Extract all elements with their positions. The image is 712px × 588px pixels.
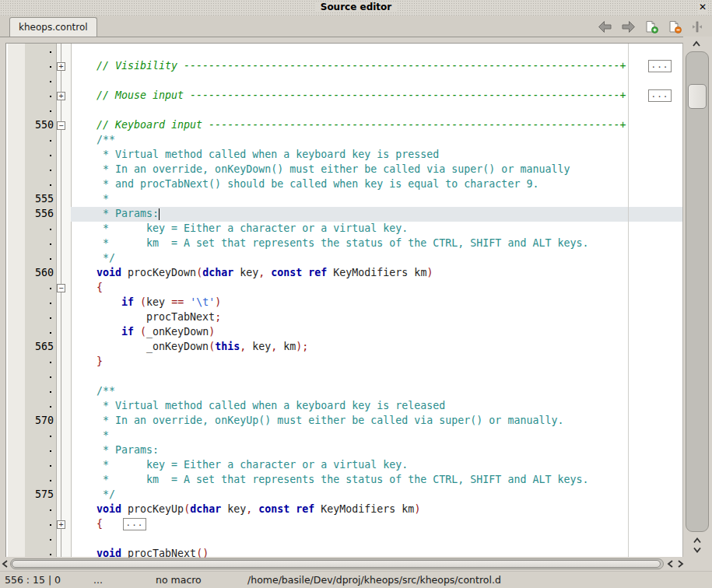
code-line[interactable]: /**	[6, 384, 682, 399]
code-line[interactable]: * Virtual method called when a keyboard …	[6, 399, 682, 414]
code-line[interactable]: void procKeyUp(dchar key, const ref KeyM…	[6, 502, 682, 517]
line-dot-marker	[50, 96, 51, 97]
code-line[interactable]: * Virtual method called when a keyboard …	[6, 148, 682, 163]
code-line[interactable]: * km = A set that represents the status …	[6, 473, 682, 488]
code-editor[interactable]: + // Visibility ------------------------…	[5, 43, 683, 558]
code-line[interactable]: /**	[6, 133, 682, 148]
line-dot-marker	[50, 436, 51, 437]
code-line[interactable]: * km = A set that represents the status …	[6, 236, 682, 251]
code-text: }	[72, 355, 103, 367]
horizontal-scroll-thumb[interactable]	[12, 560, 661, 568]
line-number: 550	[25, 119, 54, 131]
code-line[interactable]: + {...	[6, 517, 682, 532]
line-dot-marker	[50, 303, 51, 304]
code-line[interactable]: void procTabNext()	[6, 547, 682, 558]
line-dot-marker	[50, 524, 51, 526]
code-text: * In an override, onKeyUp() must either …	[72, 415, 563, 426]
scroll-left-icon[interactable]	[1, 559, 10, 569]
tab-bar: kheops.control	[0, 16, 712, 37]
line-dot-marker	[50, 81, 51, 82]
code-line[interactable]: 565 _onKeyDown(this, key, km);	[6, 340, 682, 355]
code-text: *	[72, 429, 109, 441]
code-line[interactable]: 560 void procKeyDown(dchar key, const re…	[6, 266, 682, 281]
collapsed-code-box[interactable]: ...	[648, 60, 672, 72]
scroll-left-icon[interactable]	[666, 559, 675, 569]
line-dot-marker	[50, 243, 51, 245]
close-document-icon[interactable]	[668, 20, 682, 33]
scroll-up-icon[interactable]	[693, 536, 702, 545]
code-line[interactable]	[6, 74, 682, 89]
line-dot-marker	[50, 509, 51, 511]
right-margin-line	[628, 44, 629, 558]
scroll-right-icon[interactable]	[675, 559, 685, 569]
code-text: *	[72, 193, 109, 205]
code-text: /**	[72, 385, 115, 397]
close-icon[interactable]: ✕	[697, 2, 708, 13]
code-line[interactable]: 556 * Params:	[6, 207, 682, 222]
line-dot-marker	[50, 465, 51, 467]
code-line[interactable]	[6, 369, 682, 384]
code-text: if (_onKeyDown)	[72, 326, 215, 338]
code-line[interactable]: + // Visibility ------------------------…	[6, 59, 682, 74]
go-forward-icon[interactable]	[621, 20, 636, 33]
code-line[interactable]: * key = Either a character or a virtual …	[6, 222, 682, 236]
line-dot-marker	[50, 51, 51, 53]
code-text: procTabNext;	[72, 311, 221, 323]
code-text: * key = Either a character or a virtual …	[72, 459, 408, 471]
code-text: void procKeyDown(dchar key, const ref Ke…	[72, 267, 433, 278]
code-text: // Keyboard input ----------------------…	[72, 119, 626, 131]
code-line[interactable]: 575 */	[6, 488, 682, 502]
line-dot-marker	[50, 480, 51, 481]
line-dot-marker	[50, 155, 51, 156]
code-line[interactable]: }	[6, 355, 682, 369]
code-line[interactable]: *	[6, 429, 682, 443]
code-line[interactable]: 555 *	[6, 192, 682, 207]
code-text: * Params:	[72, 444, 159, 456]
fold-expand-icon[interactable]: +	[57, 62, 65, 71]
code-line[interactable]: * In an override, onKeyDown() must eithe…	[6, 163, 682, 177]
line-number: 560	[25, 267, 54, 278]
line-dot-marker	[50, 406, 51, 408]
code-line[interactable]: */	[6, 251, 682, 266]
code-line[interactable]: * key = Either a character or a virtual …	[6, 458, 682, 473]
code-line[interactable]: * Params:	[6, 443, 682, 458]
code-text: * key = Either a character or a virtual …	[72, 222, 408, 234]
fold-expand-icon[interactable]: +	[57, 92, 65, 100]
code-line[interactable]	[6, 532, 682, 547]
vertical-scroll-track[interactable]	[686, 51, 709, 532]
split-view-icon[interactable]	[691, 20, 706, 33]
status-extra: ...	[93, 574, 103, 586]
code-line[interactable]: − {	[6, 281, 682, 296]
line-number: 556	[25, 208, 54, 219]
vertical-scroll-thumb[interactable]	[688, 84, 707, 109]
add-document-icon[interactable]	[644, 20, 659, 33]
line-dot-marker	[50, 288, 51, 289]
code-line[interactable]: if (key == '\t')	[6, 296, 682, 310]
code-line[interactable]: 570 * In an override, onKeyUp() must eit…	[6, 414, 682, 429]
scroll-up-icon[interactable]	[692, 40, 701, 49]
code-line[interactable]	[6, 103, 682, 118]
collapsed-code-box[interactable]: ...	[648, 89, 672, 102]
tab-kheops-control[interactable]: kheops.control	[9, 17, 97, 37]
go-back-icon[interactable]	[598, 20, 612, 33]
collapsed-code-box[interactable]: ...	[123, 518, 146, 530]
code-line[interactable]: * and procTabNext() should be called whe…	[6, 177, 682, 192]
caret-position: 556 : 15 | 0	[5, 574, 61, 586]
scroll-down-icon[interactable]	[693, 545, 702, 555]
code-line[interactable]: 550− // Keyboard input -----------------…	[6, 118, 682, 133]
line-number: 575	[25, 488, 54, 500]
window-titlebar[interactable]: Source editor ✕	[0, 0, 712, 16]
code-text: * and procTabNext() should be called whe…	[72, 178, 538, 190]
fold-collapse-icon[interactable]: −	[57, 121, 65, 130]
code-line[interactable]: if (_onKeyDown)	[6, 325, 682, 340]
text-caret	[159, 208, 160, 220]
line-dot-marker	[50, 391, 51, 393]
code-line[interactable]: + // Mouse input -----------------------…	[6, 89, 682, 103]
code-line[interactable]: procTabNext;	[6, 310, 682, 325]
fold-collapse-icon[interactable]: −	[57, 284, 65, 292]
code-line[interactable]	[6, 44, 682, 59]
line-dot-marker	[50, 110, 51, 112]
line-dot-marker	[50, 539, 51, 541]
fold-expand-icon[interactable]: +	[57, 520, 65, 529]
line-dot-marker	[50, 170, 51, 171]
